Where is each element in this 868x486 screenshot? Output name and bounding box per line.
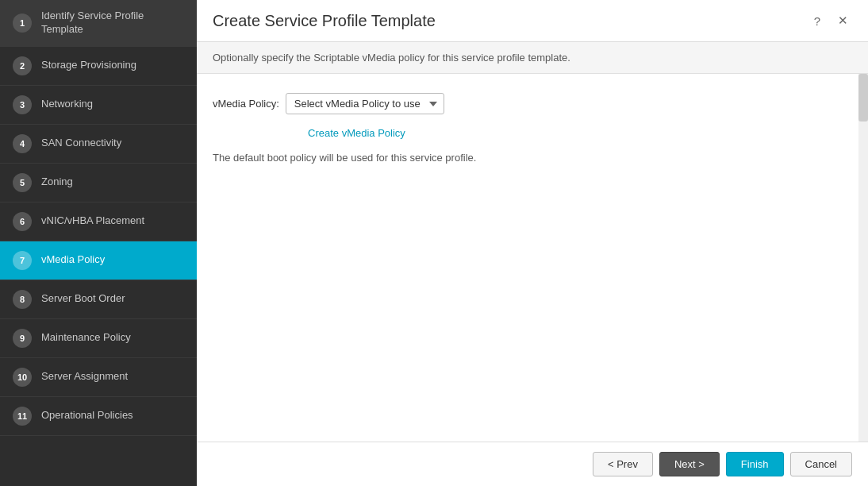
step-label-5: Zoning xyxy=(41,176,73,189)
cancel-button[interactable]: Cancel xyxy=(790,452,852,476)
sidebar-item-9[interactable]: 9Maintenance Policy xyxy=(0,319,197,358)
step-label-6: vNIC/vHBA Placement xyxy=(41,214,144,228)
finish-button[interactable]: Finish xyxy=(726,452,784,476)
sidebar-item-11[interactable]: 11Operational Policies xyxy=(0,397,197,436)
step-label-11: Operational Policies xyxy=(41,409,133,422)
sidebar-item-3[interactable]: 3Networking xyxy=(0,86,197,125)
next-button[interactable]: Next > xyxy=(659,452,720,476)
step-num-10: 10 xyxy=(13,368,32,387)
step-label-9: Maintenance Policy xyxy=(41,331,131,345)
scroll-thumb[interactable] xyxy=(858,74,868,122)
sidebar-item-8[interactable]: 8Server Boot Order xyxy=(0,280,197,319)
sidebar-item-6[interactable]: 6vNIC/vHBA Placement xyxy=(0,202,197,241)
vmedia-policy-label: vMedia Policy: xyxy=(213,98,279,110)
step-label-3: Networking xyxy=(41,98,93,111)
dialog-title: Create Service Profile Template xyxy=(213,12,436,30)
finish-button-label: Finish xyxy=(741,458,769,470)
form-area: vMedia Policy: Select vMedia Policy to u… xyxy=(197,74,868,442)
close-button[interactable]: ✕ xyxy=(833,11,852,30)
step-num-4: 4 xyxy=(13,134,32,153)
step-num-6: 6 xyxy=(13,212,32,231)
scroll-track[interactable] xyxy=(858,74,868,442)
step-num-9: 9 xyxy=(13,329,32,348)
dialog-header-actions: ? ✕ xyxy=(808,11,852,30)
sidebar-item-5[interactable]: 5Zoning xyxy=(0,164,197,202)
dialog-header: Create Service Profile Template ? ✕ xyxy=(197,0,868,42)
info-bar: Optionally specify the Scriptable vMedia… xyxy=(197,42,868,74)
step-num-5: 5 xyxy=(13,173,32,192)
sidebar-item-7[interactable]: 7vMedia Policy xyxy=(0,241,197,280)
sidebar-item-2[interactable]: 2Storage Provisioning xyxy=(0,47,197,86)
default-policy-text: The default boot policy will be used for… xyxy=(213,152,852,164)
prev-button[interactable]: < Prev xyxy=(593,452,653,476)
cancel-button-label: Cancel xyxy=(805,458,837,470)
create-vmedia-policy-link[interactable]: Create vMedia Policy xyxy=(308,127,852,139)
step-label-7: vMedia Policy xyxy=(41,253,105,267)
dialog-footer: < Prev Next > Finish Cancel xyxy=(197,442,868,486)
step-label-1: Identify Service Profile Template xyxy=(41,10,184,37)
dialog-wrapper: 1Identify Service Profile Template2Stora… xyxy=(0,0,868,486)
step-label-4: SAN Connectivity xyxy=(41,137,121,150)
sidebar: 1Identify Service Profile Template2Stora… xyxy=(0,0,197,486)
vmedia-policy-select[interactable]: Select vMedia Policy to use xyxy=(286,93,444,114)
step-label-10: Server Assignment xyxy=(41,370,128,384)
step-label-8: Server Boot Order xyxy=(41,292,125,306)
step-num-7: 7 xyxy=(13,251,32,270)
step-num-2: 2 xyxy=(13,56,32,75)
step-num-8: 8 xyxy=(13,290,32,309)
sidebar-item-4[interactable]: 4SAN Connectivity xyxy=(0,125,197,164)
next-button-label: Next > xyxy=(674,458,705,470)
prev-button-label: < Prev xyxy=(608,458,638,470)
content-body: Optionally specify the Scriptable vMedia… xyxy=(197,42,868,442)
step-num-11: 11 xyxy=(13,407,32,426)
sidebar-item-1[interactable]: 1Identify Service Profile Template xyxy=(0,0,197,47)
help-button[interactable]: ? xyxy=(808,11,827,30)
info-bar-text: Optionally specify the Scriptable vMedia… xyxy=(213,52,570,64)
step-num-1: 1 xyxy=(13,14,32,33)
step-num-3: 3 xyxy=(13,95,32,114)
main-content: Create Service Profile Template ? ✕ Opti… xyxy=(197,0,868,486)
vmedia-policy-row: vMedia Policy: Select vMedia Policy to u… xyxy=(213,93,852,114)
sidebar-item-10[interactable]: 10Server Assignment xyxy=(0,358,197,397)
step-label-2: Storage Provisioning xyxy=(41,59,136,72)
